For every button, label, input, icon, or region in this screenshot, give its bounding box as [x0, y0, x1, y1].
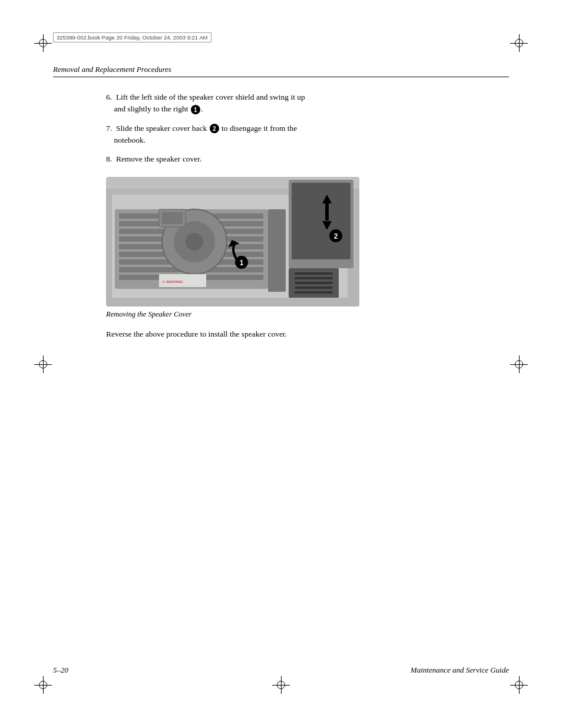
- crosshair-bottom-middle: [272, 676, 290, 694]
- laptop-image-container: ⚠ WARNING 1: [106, 177, 359, 307]
- crosshair-bottom-right: [510, 676, 528, 694]
- crosshair-top-left: [34, 34, 52, 52]
- reverse-procedure-text: Reverse the above procedure to install t…: [106, 328, 509, 340]
- step-6-number: 6.: [106, 93, 114, 101]
- crosshair-bottom-left: [34, 676, 52, 694]
- step-8: 8. Remove the speaker cover.: [106, 153, 509, 165]
- crosshair-middle-right: [510, 355, 528, 373]
- svg-text:2: 2: [334, 232, 338, 241]
- footer-page-number: 5–20: [53, 666, 68, 675]
- svg-point-24: [186, 233, 203, 251]
- image-caption: Removing the Speaker Cover: [106, 310, 509, 319]
- step-7: 7. Slide the speaker cover back 2 to dis…: [106, 123, 509, 147]
- svg-rect-26: [162, 212, 183, 224]
- svg-rect-15: [268, 209, 286, 292]
- crosshair-top-right: [510, 34, 528, 52]
- page: 325388-002.book Page 20 Friday, October …: [0, 0, 562, 728]
- footer: 5–20 Maintenance and Service Guide: [53, 666, 509, 675]
- badge-1: 1: [191, 105, 200, 114]
- badge-2: 2: [210, 124, 219, 133]
- footer-guide-title: Maintenance and Service Guide: [411, 666, 509, 675]
- header-bar: 325388-002.book Page 20 Friday, October …: [53, 65, 509, 89]
- svg-rect-20: [295, 286, 333, 289]
- step-7-number: 7.: [106, 124, 114, 133]
- svg-rect-4: [292, 183, 351, 259]
- section-title: Removal and Replacement Procedures: [53, 65, 509, 77]
- svg-rect-33: [325, 203, 329, 220]
- step-8-text: Remove the speaker cover.: [116, 154, 201, 163]
- svg-rect-19: [295, 282, 333, 284]
- step-6: 6. Lift the left side of the speaker cov…: [106, 91, 509, 116]
- svg-rect-18: [295, 277, 333, 279]
- svg-rect-17: [295, 272, 333, 275]
- steps-list: 6. Lift the left side of the speaker cov…: [106, 91, 509, 165]
- main-content: 6. Lift the left side of the speaker cov…: [53, 91, 509, 341]
- step-7-text: Slide the speaker cover back 2 to diseng…: [106, 124, 297, 144]
- laptop-illustration: ⚠ WARNING 1: [106, 177, 359, 307]
- svg-text:⚠ WARNING: ⚠ WARNING: [162, 280, 183, 284]
- svg-text:1: 1: [240, 259, 244, 267]
- header-stamp: 325388-002.book Page 20 Friday, October …: [53, 32, 211, 42]
- step-8-number: 8.: [106, 154, 114, 163]
- svg-rect-21: [295, 291, 333, 294]
- step-6-text: Lift the left side of the speaker cover …: [106, 93, 305, 113]
- crosshair-middle-left: [34, 355, 52, 373]
